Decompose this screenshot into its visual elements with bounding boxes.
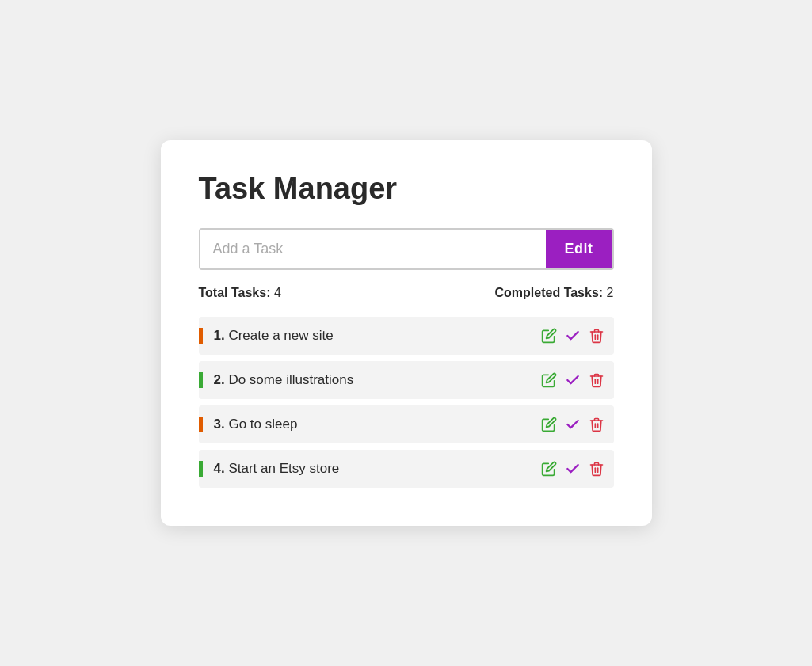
task-border-indicator	[199, 461, 203, 477]
task-border-indicator	[199, 328, 203, 344]
divider	[199, 310, 614, 310]
task-actions	[541, 372, 604, 388]
task-item: 3. Go to sleep	[199, 405, 614, 443]
task-actions	[541, 328, 604, 344]
task-manager-card: Task Manager Edit Total Tasks: 4 Complet…	[161, 140, 652, 526]
completed-tasks-value: 2	[607, 286, 614, 299]
task-complete-icon[interactable]	[565, 461, 581, 477]
task-item: 2. Do some illustrations	[199, 361, 614, 399]
task-delete-icon[interactable]	[589, 372, 604, 388]
task-number: 2.	[214, 372, 225, 387]
task-edit-icon[interactable]	[541, 372, 557, 388]
task-complete-icon[interactable]	[565, 328, 581, 344]
task-delete-icon[interactable]	[589, 461, 604, 477]
task-actions	[541, 417, 604, 432]
app-title: Task Manager	[199, 172, 614, 206]
task-delete-icon[interactable]	[589, 417, 604, 432]
task-edit-icon[interactable]	[541, 417, 557, 432]
add-task-input[interactable]	[200, 230, 546, 268]
task-text: 3. Go to sleep	[214, 417, 532, 432]
task-text: 1. Create a new site	[214, 328, 532, 344]
task-complete-icon[interactable]	[565, 417, 581, 432]
task-actions	[541, 461, 604, 477]
completed-tasks-stat: Completed Tasks: 2	[495, 286, 614, 300]
task-text: 4. Start an Etsy store	[214, 461, 532, 477]
task-edit-icon[interactable]	[541, 461, 557, 477]
task-number: 3.	[214, 417, 225, 432]
task-delete-icon[interactable]	[589, 328, 604, 344]
add-task-row: Edit	[199, 228, 614, 270]
task-border-indicator	[199, 372, 203, 388]
task-number: 4.	[214, 461, 225, 476]
task-complete-icon[interactable]	[565, 372, 581, 388]
edit-button[interactable]: Edit	[546, 230, 612, 268]
total-tasks-label: Total Tasks:	[199, 286, 271, 299]
completed-tasks-label: Completed Tasks:	[495, 286, 604, 299]
total-tasks-value: 4	[274, 286, 281, 299]
task-edit-icon[interactable]	[541, 328, 557, 344]
task-item: 1. Create a new site	[199, 317, 614, 355]
task-list: 1. Create a new site2. Do some illustrat…	[199, 317, 614, 488]
task-border-indicator	[199, 417, 203, 432]
task-number: 1.	[214, 328, 225, 343]
total-tasks-stat: Total Tasks: 4	[199, 286, 281, 300]
task-item: 4. Start an Etsy store	[199, 450, 614, 488]
stats-row: Total Tasks: 4 Completed Tasks: 2	[199, 286, 614, 300]
task-text: 2. Do some illustrations	[214, 372, 532, 388]
